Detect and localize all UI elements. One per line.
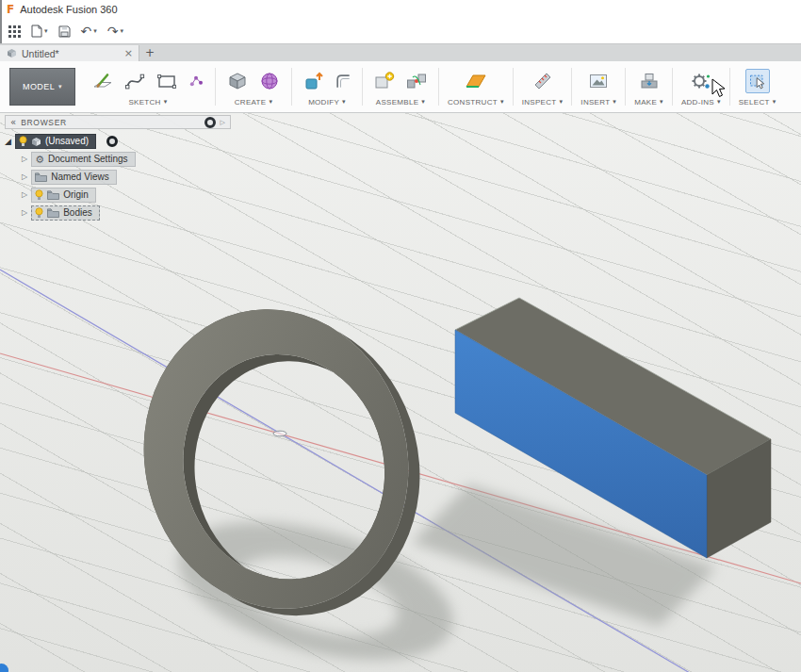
caret-icon: ▾: [560, 99, 564, 106]
joint-icon: [405, 70, 428, 92]
expand-arrow-icon[interactable]: ▷: [22, 173, 27, 181]
construction-plane-button[interactable]: [463, 68, 489, 94]
expand-arrow-icon[interactable]: ▷: [22, 156, 27, 163]
spline-button[interactable]: [122, 68, 148, 94]
joint-button[interactable]: [403, 68, 430, 94]
sketch-group-dropdown[interactable]: SKETCH ▾: [128, 98, 167, 107]
ribbon-group-modify: MODIFY ▾: [292, 61, 362, 112]
spline-icon: [123, 70, 146, 92]
caret-icon: ▾: [164, 99, 168, 106]
rectangle-icon: [155, 70, 178, 92]
caret-icon: ▾: [342, 99, 346, 106]
modify-group-dropdown[interactable]: MODIFY ▾: [308, 98, 346, 107]
caret-icon: ▾: [613, 99, 616, 106]
insert-group-dropdown[interactable]: INSERT ▾: [580, 98, 616, 107]
browser-row-document-settings[interactable]: ▷ ⚙ Document Settings: [5, 152, 231, 167]
undo-button[interactable]: ↶ ▾: [77, 23, 101, 40]
expand-arrow-icon[interactable]: ▷: [22, 209, 27, 217]
file-icon: [31, 25, 42, 38]
origin-point-marker[interactable]: [273, 431, 286, 436]
3d-print-icon: [638, 70, 661, 92]
record-icon[interactable]: [106, 136, 118, 147]
visibility-bulb-icon[interactable]: [19, 136, 27, 147]
gear-icon: ⚙: [35, 155, 44, 165]
two-point-rectangle-button[interactable]: [154, 68, 180, 94]
scripts-addins-button[interactable]: [688, 68, 714, 94]
root-node-label: (Unsaved): [45, 136, 89, 147]
create-group-dropdown[interactable]: CREATE ▾: [235, 98, 272, 107]
fillet-icon: [334, 72, 352, 90]
create-sketch-button[interactable]: [90, 68, 116, 94]
browser-row-root[interactable]: ◢ (Unsaved): [5, 134, 231, 149]
project-icon: [187, 72, 205, 90]
visibility-bulb-icon[interactable]: [35, 189, 43, 201]
press-pull-icon: [302, 70, 325, 92]
document-tab-bar: Untitled* × +: [0, 43, 801, 61]
close-tab-icon[interactable]: ×: [124, 47, 133, 59]
caret-icon: ▾: [421, 99, 425, 106]
header-arrow-icon[interactable]: ▷: [221, 119, 225, 126]
caret-icon: ▾: [717, 99, 721, 106]
inspect-group-dropdown[interactable]: INSPECT ▾: [522, 98, 564, 107]
redo-button[interactable]: ↷ ▾: [104, 23, 127, 40]
new-tab-button[interactable]: +: [139, 45, 160, 61]
collapse-panel-icon[interactable]: «: [10, 118, 16, 127]
box-primitive-button[interactable]: [224, 68, 251, 94]
measure-icon: [531, 70, 554, 92]
save-button[interactable]: [55, 24, 74, 40]
insert-image-icon: [587, 70, 610, 92]
document-tab[interactable]: Untitled* ×: [0, 45, 139, 61]
folder-icon: [47, 190, 59, 200]
3d-print-button[interactable]: [636, 68, 662, 94]
tree-item-label: Named Views: [51, 172, 109, 183]
new-component-icon: [373, 70, 396, 92]
insert-image-button[interactable]: [585, 68, 612, 94]
make-group-dropdown[interactable]: MAKE ▾: [634, 98, 663, 107]
fillet-button[interactable]: [333, 71, 353, 91]
root-node-chip[interactable]: (Unsaved): [15, 134, 96, 149]
file-menu-button[interactable]: ▾: [27, 23, 52, 40]
browser-row-bodies[interactable]: ▷ Bodies: [5, 205, 231, 221]
construct-group-dropdown[interactable]: CONSTRUCT ▾: [448, 98, 504, 107]
tree-item-label: Document Settings: [48, 154, 128, 165]
addins-group-dropdown[interactable]: ADD-INS ▾: [681, 98, 721, 107]
browser-header[interactable]: « BROWSER ▷: [5, 115, 231, 129]
caret-icon: ▾: [500, 99, 504, 106]
expand-arrow-icon[interactable]: ◢: [5, 138, 11, 146]
named-views-chip[interactable]: Named Views: [31, 170, 117, 185]
select-group-dropdown[interactable]: SELECT ▾: [739, 98, 776, 107]
project-button[interactable]: [186, 71, 206, 91]
titlebar: F Autodesk Fusion 360: [0, 0, 801, 19]
ribbon-toolbar: MODEL ▾: [0, 61, 801, 113]
origin-chip[interactable]: Origin: [31, 188, 96, 203]
display-toggle-icon[interactable]: [204, 117, 216, 128]
bodies-chip[interactable]: Bodies: [31, 205, 100, 221]
app-grid-button[interactable]: [5, 24, 25, 40]
visibility-bulb-icon[interactable]: [35, 207, 43, 219]
browser-panel: « BROWSER ▷ ◢ (Unsaved) ▷: [5, 115, 231, 221]
caret-icon: ▾: [660, 99, 663, 106]
tree-item-label: Origin: [63, 189, 89, 201]
app-grid-icon: [8, 25, 21, 38]
create-form-button[interactable]: [256, 68, 283, 94]
form-icon: [258, 70, 281, 92]
save-icon: [58, 25, 71, 38]
ribbon-group-create: CREATE ▾: [216, 61, 291, 112]
assemble-group-dropdown[interactable]: ASSEMBLE ▾: [376, 98, 425, 107]
measure-button[interactable]: [530, 68, 556, 94]
tree-item-label: Bodies: [63, 207, 92, 219]
window-border: [0, 0, 2, 43]
select-icon: [748, 72, 767, 90]
folder-icon: [35, 172, 47, 182]
document-settings-chip[interactable]: ⚙ Document Settings: [31, 152, 135, 167]
ribbon-group-sketch: SKETCH ▾: [81, 61, 215, 112]
ribbon-group-construct: CONSTRUCT ▾: [439, 61, 513, 112]
scripts-addins-icon: [690, 70, 712, 92]
new-component-button[interactable]: [371, 68, 398, 94]
press-pull-button[interactable]: [301, 68, 327, 94]
browser-row-origin[interactable]: ▷ Origin: [5, 188, 231, 203]
browser-row-named-views[interactable]: ▷ Named Views: [5, 170, 231, 185]
select-button[interactable]: [745, 69, 770, 93]
workspace-selector[interactable]: MODEL ▾: [9, 68, 75, 106]
expand-arrow-icon[interactable]: ▷: [22, 191, 27, 199]
